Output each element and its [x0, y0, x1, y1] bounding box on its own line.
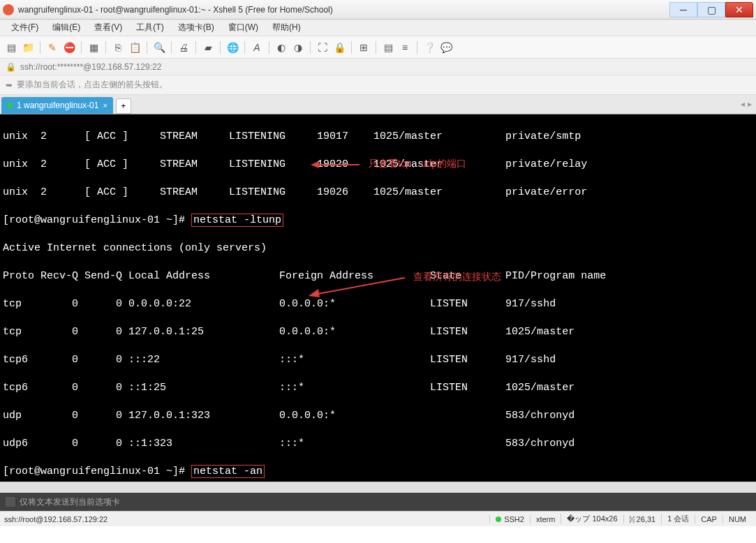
- prompt-line: [root@wangruifenglinux-01 ~]# netstat -l…: [3, 214, 753, 228]
- menu-edit[interactable]: 编辑(E): [45, 22, 87, 34]
- app-icon: [3, 4, 14, 15]
- hint-arrow-icon[interactable]: ➥: [6, 80, 13, 90]
- key-icon[interactable]: ◑: [291, 40, 305, 54]
- status-sess: 1 会话: [661, 514, 695, 524]
- menu-view[interactable]: 查看(V): [87, 22, 129, 34]
- window-controls: ─ ▢ ✕: [669, 2, 753, 17]
- maximize-button[interactable]: ▢: [697, 2, 725, 17]
- new-tab-button[interactable]: +: [116, 98, 131, 114]
- menu-tab[interactable]: 选项卡(B): [171, 22, 221, 34]
- term-row: tcp6 0 0 ::1:25 :::* LISTEN 1025/master: [3, 381, 753, 395]
- color-icon[interactable]: ▰: [201, 40, 215, 54]
- hint-bar: ➥ 要添加当前会话，点击左侧的箭头按钮。: [0, 75, 756, 95]
- svg-marker-3: [309, 289, 320, 297]
- status-num: NUM: [722, 515, 752, 523]
- cmd2-highlight: netstat -an: [191, 465, 265, 478]
- status-conn: SSH2: [489, 515, 530, 523]
- titlebar: wangruifenglinux-01 - root@wangruifengli…: [0, 0, 756, 20]
- status-cap: CAP: [695, 515, 722, 523]
- tab-close-icon[interactable]: ×: [103, 101, 107, 110]
- send-checkbox[interactable]: [6, 497, 15, 507]
- properties-icon[interactable]: ▦: [87, 40, 101, 54]
- close-button[interactable]: ✕: [725, 2, 753, 17]
- annotation-2: 查看所有的连接状态: [413, 269, 501, 283]
- tile-icon[interactable]: ⊞: [357, 40, 371, 54]
- copy-icon[interactable]: ⎘: [111, 40, 125, 54]
- tab-next-icon[interactable]: ▸: [748, 99, 752, 109]
- address-text[interactable]: ssh://root:********@192.168.57.129:22: [20, 62, 161, 72]
- term-line: Active Internet connections (only server…: [3, 241, 753, 255]
- hint-text: 要添加当前会话，点击左侧的箭头按钮。: [17, 79, 168, 91]
- minimize-button[interactable]: ─: [669, 2, 697, 17]
- send-label: 仅将文本发送到当前选项卡: [20, 496, 120, 508]
- menu-window[interactable]: 窗口(W): [221, 22, 265, 34]
- send-bar: 仅将文本发送到当前选项卡: [0, 493, 756, 511]
- cascade-icon[interactable]: ▤: [381, 40, 395, 54]
- term-header: Proto Recv-Q Send-Q Local Address Foreig…: [3, 269, 753, 283]
- terminal[interactable]: unix 2 [ ACC ] STREAM LISTENING 19017 10…: [0, 114, 756, 482]
- status-size: �ップ 104x26: [561, 514, 623, 524]
- globe-icon[interactable]: 🌐: [225, 40, 239, 54]
- term-line: unix 2 [ ACC ] STREAM LISTENING 19017 10…: [3, 130, 753, 144]
- print-icon[interactable]: 🖨: [177, 40, 191, 54]
- lock-icon[interactable]: 🔒: [332, 40, 346, 54]
- tab-nav: ◂ ▸: [741, 99, 752, 109]
- chat-icon[interactable]: 💬: [439, 40, 453, 54]
- cmd1-highlight: netstat -ltunp: [191, 214, 283, 227]
- menu-help[interactable]: 帮助(H): [265, 22, 308, 34]
- term-row: tcp 0 0 127.0.0.1:25 0.0.0.0:* LISTEN 10…: [3, 325, 753, 339]
- menu-tools[interactable]: 工具(T): [129, 22, 170, 34]
- window-title: wangruifenglinux-01 - root@wangruifengli…: [18, 5, 669, 15]
- address-bar: 🔒 ssh://root:********@192.168.57.129:22: [0, 59, 756, 75]
- toolbar: ▤ 📁 ✎ ⛔ ▦ ⎘ 📋 🔍 🖨 ▰ 🌐 A ◐ ◑ ⛶ 🔒 ⊞ ▤ ≡ ❔ …: [0, 36, 756, 59]
- status-term: xterm: [530, 515, 561, 523]
- tab-label: 1 wangruifenglinux-01: [17, 101, 98, 110]
- status-pos: ᛞ 26,31: [623, 515, 662, 523]
- horizontal-scrollbar[interactable]: [0, 482, 756, 493]
- open-icon[interactable]: 📁: [21, 40, 35, 54]
- tile2-icon[interactable]: ≡: [398, 40, 412, 54]
- new-icon[interactable]: ▤: [4, 40, 18, 54]
- term-row: udp6 0 0 ::1:323 :::* 583/chronyd: [3, 437, 753, 451]
- term-row: udp 0 0 127.0.0.1:323 0.0.0.0:* 583/chro…: [3, 409, 753, 423]
- reconnect-icon[interactable]: ✎: [45, 40, 59, 54]
- status-address: ssh://root@192.168.57.129:22: [4, 515, 489, 523]
- script-icon[interactable]: ◐: [274, 40, 288, 54]
- menu-file[interactable]: 文件(F): [4, 22, 45, 34]
- lock-small-icon[interactable]: 🔒: [6, 62, 16, 72]
- paste-icon[interactable]: 📋: [128, 40, 142, 54]
- menubar: 文件(F) 编辑(E) 查看(V) 工具(T) 选项卡(B) 窗口(W) 帮助(…: [0, 20, 756, 36]
- font-icon[interactable]: A: [250, 40, 264, 54]
- help-icon[interactable]: ❔: [422, 40, 436, 54]
- session-tab[interactable]: 1 wangruifenglinux-01 ×: [1, 97, 113, 114]
- tab-prev-icon[interactable]: ◂: [741, 99, 745, 109]
- tab-bar: 1 wangruifenglinux-01 × + ◂ ▸: [0, 95, 756, 114]
- term-line: unix 2 [ ACC ] STREAM LISTENING 19026 10…: [3, 186, 753, 200]
- status-dot-icon: [7, 103, 13, 108]
- term-row: tcp6 0 0 :::22 :::* LISTEN 917/sshd: [3, 353, 753, 367]
- find-icon[interactable]: 🔍: [152, 40, 166, 54]
- disconnect-icon[interactable]: ⛔: [62, 40, 76, 54]
- prompt-line: [root@wangruifenglinux-01 ~]# netstat -a…: [3, 465, 753, 479]
- term-row: tcp 0 0 0.0.0.0:22 0.0.0.0:* LISTEN 917/…: [3, 297, 753, 311]
- status-bar: ssh://root@192.168.57.129:22 SSH2 xterm …: [0, 511, 756, 526]
- fullscreen-icon[interactable]: ⛶: [316, 40, 329, 54]
- annotation-1: 只查看tcp、udp的端口: [369, 156, 466, 170]
- conn-dot-icon: [496, 516, 501, 522]
